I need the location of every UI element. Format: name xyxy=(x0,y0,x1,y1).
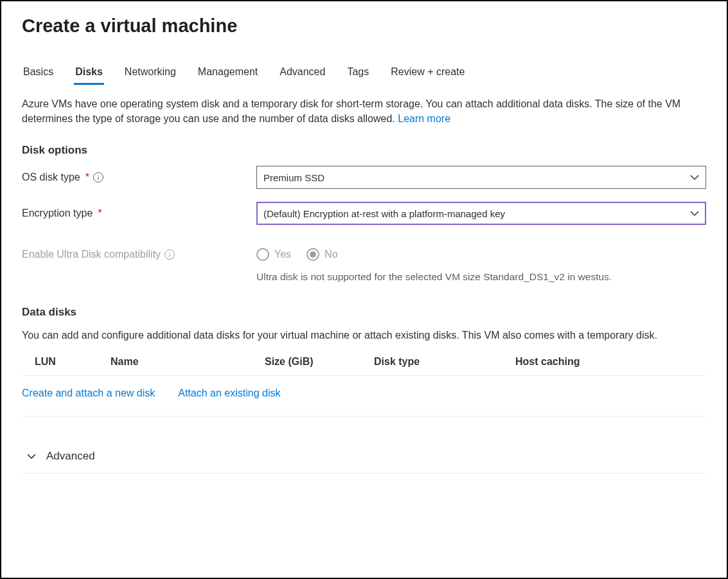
ultra-disk-yes-radio xyxy=(256,248,269,261)
col-name: Name xyxy=(105,350,260,376)
advanced-expander-label: Advanced xyxy=(46,450,95,463)
os-disk-type-label: OS disk type * i xyxy=(22,172,256,183)
ultra-disk-yes-label: Yes xyxy=(274,249,291,260)
data-disk-actions: Create and attach a new disk Attach an e… xyxy=(22,376,706,416)
col-disk-type: Disk type xyxy=(369,350,510,376)
advanced-expander[interactable]: Advanced xyxy=(22,436,706,474)
ultra-disk-no-label: No xyxy=(324,249,337,260)
tab-review-create[interactable]: Review + create xyxy=(389,62,466,85)
create-attach-new-disk-link[interactable]: Create and attach a new disk xyxy=(22,387,155,399)
tab-bar: Basics Disks Networking Management Advan… xyxy=(22,62,706,85)
col-host-caching: Host caching xyxy=(510,350,706,376)
tab-advanced[interactable]: Advanced xyxy=(278,62,326,85)
required-indicator: * xyxy=(85,172,89,183)
os-disk-type-value: Premium SSD xyxy=(263,172,324,183)
os-disk-type-select[interactable]: Premium SSD xyxy=(256,166,706,189)
ultra-disk-label: Enable Ultra Disk compatibility i xyxy=(22,249,256,260)
encryption-type-label: Encryption type * xyxy=(22,208,256,219)
data-disks-heading: Data disks xyxy=(22,306,706,319)
intro-body: Azure VMs have one operating system disk… xyxy=(22,98,680,124)
learn-more-link[interactable]: Learn more xyxy=(398,113,450,124)
col-size: Size (GiB) xyxy=(260,350,369,376)
chevron-down-icon xyxy=(27,452,36,461)
ultra-disk-radio-group: Yes No xyxy=(256,248,338,261)
info-icon[interactable]: i xyxy=(93,172,103,183)
info-icon[interactable]: i xyxy=(164,249,175,260)
chevron-down-icon xyxy=(690,173,699,182)
attach-existing-disk-link[interactable]: Attach an existing disk xyxy=(178,387,280,399)
tab-disks[interactable]: Disks xyxy=(74,62,104,85)
encryption-type-label-text: Encryption type xyxy=(22,208,93,219)
data-disks-description: You can add and configure additional dat… xyxy=(22,328,706,343)
encryption-type-select[interactable]: (Default) Encryption at-rest with a plat… xyxy=(256,202,706,225)
intro-text: Azure VMs have one operating system disk… xyxy=(22,96,706,126)
col-lun: LUN xyxy=(22,350,105,376)
tab-management[interactable]: Management xyxy=(197,62,259,85)
ultra-disk-hint: Ultra disk is not supported for the sele… xyxy=(256,271,706,283)
ultra-disk-label-text: Enable Ultra Disk compatibility xyxy=(22,249,161,260)
chevron-down-icon xyxy=(690,209,699,218)
ultra-disk-no-radio xyxy=(306,248,319,261)
tab-networking[interactable]: Networking xyxy=(123,62,177,85)
data-disks-table: LUN Name Size (GiB) Disk type Host cachi… xyxy=(22,350,706,376)
required-indicator: * xyxy=(98,208,102,219)
tab-basics[interactable]: Basics xyxy=(22,62,55,85)
tab-tags[interactable]: Tags xyxy=(346,62,370,85)
os-disk-type-label-text: OS disk type xyxy=(22,172,80,183)
page-title: Create a virtual machine xyxy=(22,15,706,37)
disk-options-heading: Disk options xyxy=(22,144,706,157)
encryption-type-value: (Default) Encryption at-rest with a plat… xyxy=(263,208,505,219)
